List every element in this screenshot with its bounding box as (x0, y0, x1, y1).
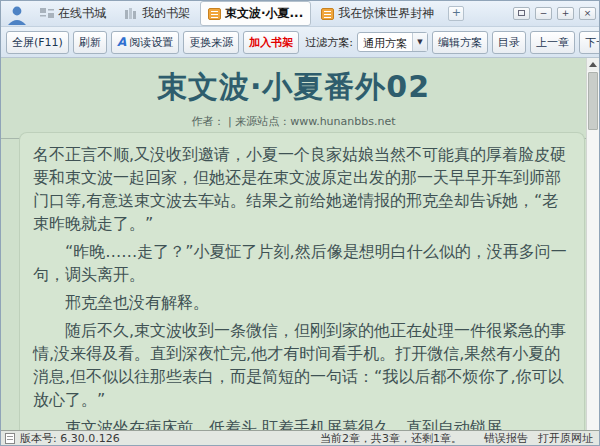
reading-settings-button[interactable]: A 阅读设置 (111, 31, 179, 54)
chapter-byline: 作者： | 来源站点：www.hunanbbs.net (1, 114, 599, 129)
window-minimize-button[interactable]: − (535, 7, 552, 20)
open-original-url-link[interactable]: 打开原网址 (538, 431, 593, 445)
fullscreen-button[interactable]: 全屏(F11) (6, 31, 69, 54)
refresh-button[interactable]: 刷新 (73, 31, 107, 54)
reader-app-window: 在线书城 我的书架 束文波·小夏... 我在惊悚世界封神 + − + × 全屏(… (0, 0, 600, 446)
scrollbar-thumb[interactable] (588, 72, 598, 130)
error-report-link[interactable]: 错误报告 (484, 431, 528, 445)
book-icon (208, 8, 221, 20)
window-close-button[interactable]: × (579, 7, 596, 20)
tab-label: 在线书城 (58, 5, 106, 22)
reading-settings-label: 阅读设置 (129, 35, 173, 50)
chapter-text-panel: 名不正言不顺,又没收到邀请，小夏一个良家姑娘当然不可能真的厚着脸皮硬要和束文波一… (19, 132, 585, 430)
tab-label: 束文波·小夏... (225, 5, 303, 22)
paragraph: “昨晚……走了？”小夏怔了片刻,然后像是想明白什么似的，没再多问一句，调头离开。 (33, 240, 571, 286)
tab-label: 我在惊悚世界封神 (338, 5, 434, 22)
document-icon (5, 433, 15, 444)
scroll-up-button[interactable] (587, 58, 599, 71)
add-to-bookshelf-button[interactable]: 加入书架 (243, 31, 299, 54)
tab-bar: 在线书城 我的书架 束文波·小夏... 我在惊悚世界封神 + − + × (1, 1, 599, 27)
edit-scheme-button[interactable]: 编辑方案 (432, 31, 488, 54)
tab-my-bookshelf[interactable]: 我的书架 (116, 1, 198, 26)
tab-current-book[interactable]: 束文波·小夏... (200, 1, 311, 26)
tab-other-book[interactable]: 我在惊悚世界封神 (313, 1, 442, 26)
tab-label: 我的书架 (142, 5, 190, 22)
filter-scheme-value: 通用方案 (358, 33, 412, 51)
change-source-button[interactable]: 更换来源 (183, 31, 239, 54)
new-tab-button[interactable]: + (448, 6, 464, 21)
person-icon (6, 5, 28, 25)
chapter-title: 束文波·小夏番外02 (1, 67, 599, 108)
paragraph: 随后不久,束文波收到一条微信，但刚到家的他正在处理一件很紧急的事情,没来得及看。… (33, 319, 571, 411)
table-of-contents-button[interactable]: 目录 (492, 31, 526, 54)
bookshelf-icon (124, 8, 138, 20)
status-bar: 版本号: 6.30.0.126 当前2章，共3章，还剩1章。 错误报告 打开原网… (1, 430, 599, 445)
paragraph: 名不正言不顺,又没收到邀请，小夏一个良家姑娘当然不可能真的厚着脸皮硬要和束文波一… (33, 143, 571, 235)
paragraph: 束文波坐在病床前，低着头,盯着手机屏幕很久，直到自动锁屏。 (33, 416, 571, 430)
tab-online-bookstore[interactable]: 在线书城 (32, 1, 114, 26)
prev-chapter-button[interactable]: 上一章 (530, 31, 575, 54)
paragraph: 邢克垒也没有解释。 (33, 291, 571, 314)
filter-scheme-label: 过滤方案: (305, 35, 353, 50)
vertical-scrollbar[interactable] (586, 58, 599, 430)
user-profile-icon[interactable] (4, 3, 30, 25)
chevron-down-icon[interactable]: ▼ (412, 33, 427, 51)
chapter-progress-text: 当前2章，共3章，还剩1章。 (320, 431, 462, 445)
window-maximize-button[interactable]: + (557, 7, 574, 20)
window-restore-button[interactable] (513, 7, 530, 20)
next-chapter-button[interactable]: 下一章 (579, 31, 600, 54)
arrow-up-icon (589, 62, 597, 67)
book-icon (321, 8, 334, 20)
bookstore-icon (40, 8, 54, 20)
version-text: 版本号: 6.30.0.126 (20, 431, 120, 445)
filter-scheme-select[interactable]: 通用方案 ▼ (357, 32, 428, 52)
toolbar: 全屏(F11) 刷新 A 阅读设置 更换来源 加入书架 过滤方案: 通用方案 ▼… (1, 27, 599, 58)
font-settings-icon: A (117, 37, 126, 47)
reading-area: 束文波·小夏番外02 作者： | 来源站点：www.hunanbbs.net 名… (1, 58, 599, 430)
restore-icon (518, 10, 525, 16)
